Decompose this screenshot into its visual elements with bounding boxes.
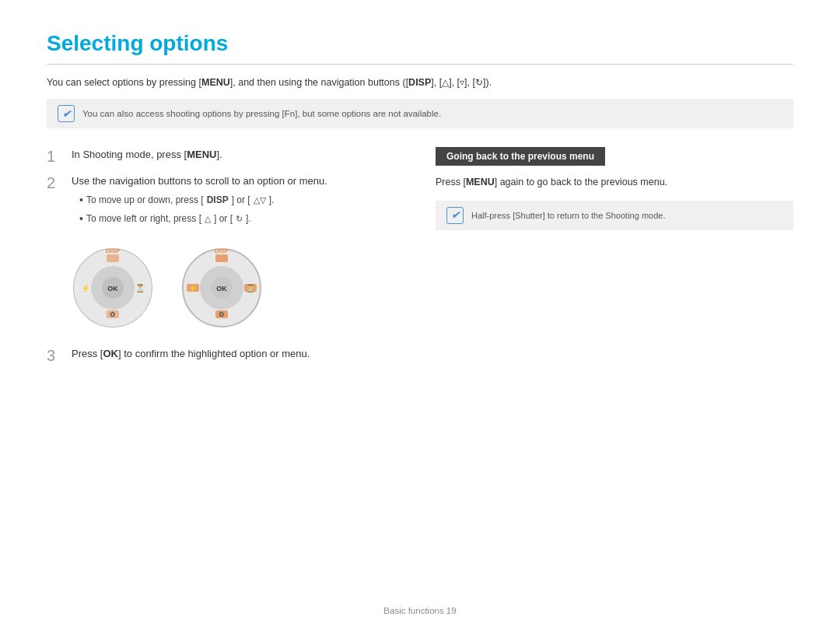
two-column-layout: 1 In Shooting mode, press [MENU]. 2 Use … <box>47 147 793 373</box>
note-text-1: You can also access shooting options by … <box>82 109 441 118</box>
step-2-bullets: To move up or down, press [DISP] or [△▽]… <box>72 192 327 227</box>
dial-diagrams: OK DISP ✿ ⚡ ⏳ <box>70 245 404 331</box>
page-title: Selecting options <box>47 31 793 65</box>
step-3-number: 3 <box>47 346 64 365</box>
svg-text:OK: OK <box>216 285 227 292</box>
bullet-1: To move up or down, press [DISP] or [△▽]… <box>79 192 327 208</box>
step-1: 1 In Shooting mode, press [MENU]. <box>47 147 404 166</box>
intro-text: You can select options by pressing [MENU… <box>47 77 793 88</box>
step-1-number: 1 <box>47 147 64 166</box>
svg-rect-14 <box>215 254 228 262</box>
step-3: 3 Press [OK] to confirm the highlighted … <box>47 346 404 365</box>
right-column: Going back to the previous menu Press [M… <box>436 147 793 373</box>
svg-text:⚡: ⚡ <box>188 283 198 293</box>
bullet-2: To move left or right, press [△] or [↻]. <box>79 211 327 227</box>
dial-2: DISP OK ✿ ⚡ <box>179 245 264 331</box>
note-box-1: ✔ You can also access shooting options b… <box>47 99 793 128</box>
left-column: 1 In Shooting mode, press [MENU]. 2 Use … <box>47 147 404 373</box>
sidebar-text: Press [MENU] again to go back to the pre… <box>436 175 793 190</box>
dial-1: OK DISP ✿ ⚡ ⏳ <box>70 245 156 331</box>
sidebar-note-text: Half-press [Shutter] to return to the Sh… <box>471 211 665 220</box>
sidebar-note: ✔ Half-press [Shutter] to return to the … <box>436 201 793 230</box>
page-container: Selecting options You can select options… <box>0 0 840 404</box>
svg-text:⏳: ⏳ <box>135 283 145 293</box>
step-3-content: Press [OK] to confirm the highlighted op… <box>72 346 310 362</box>
svg-text:⏳: ⏳ <box>246 283 256 293</box>
svg-rect-6 <box>107 254 119 262</box>
sidebar-note-icon: ✔ <box>446 207 464 224</box>
step-1-content: In Shooting mode, press [MENU]. <box>72 147 222 163</box>
sidebar-heading: Going back to the previous menu <box>436 147 605 166</box>
svg-text:DISP: DISP <box>215 247 229 254</box>
svg-text:⚡: ⚡ <box>81 283 91 293</box>
step-2-content: Use the navigation buttons to scroll to … <box>72 173 327 229</box>
footer: Basic functions 19 <box>0 606 840 615</box>
svg-text:✿: ✿ <box>219 310 225 318</box>
step-2: 2 Use the navigation buttons to scroll t… <box>47 173 404 229</box>
svg-text:✿: ✿ <box>110 310 116 318</box>
note-icon-1: ✔ <box>58 105 75 122</box>
step-2-number: 2 <box>47 173 64 192</box>
svg-text:OK: OK <box>107 285 118 292</box>
svg-text:DISP: DISP <box>106 247 121 254</box>
